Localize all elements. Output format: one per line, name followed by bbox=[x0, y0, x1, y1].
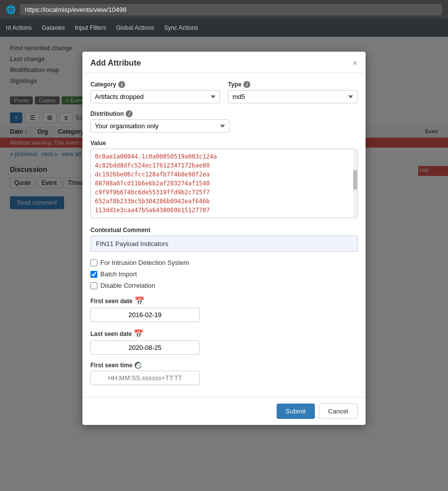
value-group: Value 0c0ae1a00044.1c0a00050519a003c124a… bbox=[90, 140, 358, 220]
batch-checkbox-row: Batch Import bbox=[90, 270, 358, 278]
last-seen-calendar-icon: 📅 bbox=[134, 329, 144, 338]
first-seen-time-group: First seen time 🕐 bbox=[90, 362, 358, 385]
modal-header: Add Attribute × bbox=[82, 52, 366, 73]
modal-title: Add Attribute bbox=[90, 59, 141, 68]
last-seen-date-input[interactable] bbox=[90, 340, 200, 355]
disable-correlation-label: Disable Correlation bbox=[100, 282, 155, 289]
add-attribute-modal: Add Attribute × Category i Artifacts dro… bbox=[82, 52, 366, 425]
first-seen-date-group: First seen date 📅 bbox=[90, 296, 358, 322]
type-group: Type i md5 sha1 sha256 filename url bbox=[228, 81, 358, 103]
modal-overlay: Add Attribute × Category i Artifacts dro… bbox=[0, 37, 448, 491]
submit-button[interactable]: Submit bbox=[277, 404, 314, 419]
first-seen-calendar-icon: 📅 bbox=[135, 296, 145, 306]
type-select[interactable]: md5 sha1 sha256 filename url bbox=[228, 90, 358, 103]
nav-event-actions[interactable]: nt Actions bbox=[6, 24, 32, 31]
first-seen-time-input[interactable] bbox=[90, 371, 200, 385]
contextual-comment-group: Contextual Comment bbox=[90, 227, 358, 252]
ids-checkbox-label: For Intrusion Detection System bbox=[100, 259, 189, 266]
last-seen-date-group: Last seen date 📅 bbox=[90, 329, 358, 355]
checkboxes-section: For Intrusion Detection System Batch Imp… bbox=[90, 259, 358, 289]
distribution-label: Distribution i bbox=[90, 110, 358, 117]
nav-galaxies[interactable]: Galaxies bbox=[42, 24, 65, 31]
modal-close-button[interactable]: × bbox=[352, 59, 358, 68]
category-label: Category i bbox=[90, 81, 220, 88]
nav-global-actions[interactable]: Global Actions bbox=[116, 24, 154, 31]
category-type-row: Category i Artifacts dropped External An… bbox=[90, 81, 358, 103]
batch-import-checkbox[interactable] bbox=[90, 271, 97, 278]
textarea-scrollbar bbox=[353, 149, 357, 220]
contextual-comment-label: Contextual Comment bbox=[90, 227, 358, 234]
page-background: First recorded change Last change 2020-1… bbox=[0, 37, 448, 491]
cancel-button[interactable]: Cancel bbox=[319, 404, 358, 419]
ids-checkbox[interactable] bbox=[90, 259, 97, 266]
nav-input-filters[interactable]: Input Filters bbox=[75, 24, 106, 31]
modal-footer: Submit Cancel bbox=[82, 397, 366, 425]
distribution-select[interactable]: Your organisation only This community on… bbox=[90, 119, 229, 133]
value-textarea[interactable]: 0c0ae1a00044.1c0a00050519a003c124a 4c82b… bbox=[90, 149, 358, 218]
category-select[interactable]: Artifacts dropped External Analysis Netw… bbox=[90, 90, 220, 103]
distribution-group: Distribution i Your organisation only Th… bbox=[90, 110, 358, 133]
contextual-comment-input[interactable] bbox=[90, 236, 358, 252]
category-info-icon: i bbox=[118, 81, 125, 88]
first-seen-date-input[interactable] bbox=[90, 308, 200, 322]
category-group: Category i Artifacts dropped External An… bbox=[90, 81, 220, 103]
value-label: Value bbox=[90, 140, 358, 147]
nav-sync-actions[interactable]: Sync Actions bbox=[164, 24, 198, 31]
first-seen-date-label: First seen date 📅 bbox=[90, 296, 358, 306]
browser-bar: 🌐 https://localmisp/events/view/10498 bbox=[0, 0, 448, 19]
last-seen-date-label: Last seen date 📅 bbox=[90, 329, 358, 338]
type-info-icon: i bbox=[243, 81, 250, 88]
globe-icon: 🌐 bbox=[6, 4, 16, 14]
textarea-scrollbar-thumb[interactable] bbox=[353, 170, 357, 190]
url-bar[interactable]: https://localmisp/events/view/10498 bbox=[20, 4, 442, 15]
ids-checkbox-row: For Intrusion Detection System bbox=[90, 259, 358, 266]
disable-correlation-checkbox[interactable] bbox=[90, 282, 97, 289]
distribution-info-icon: i bbox=[126, 110, 133, 117]
type-label: Type i bbox=[228, 81, 358, 88]
disable-correlation-row: Disable Correlation bbox=[90, 282, 358, 289]
modal-body: Category i Artifacts dropped External An… bbox=[82, 73, 366, 397]
time-info-icon: 🕐 bbox=[135, 362, 142, 369]
batch-import-label: Batch Import bbox=[100, 270, 137, 278]
first-seen-time-label: First seen time 🕐 bbox=[90, 362, 358, 369]
nav-bar: nt Actions Galaxies Input Filters Global… bbox=[0, 19, 448, 37]
